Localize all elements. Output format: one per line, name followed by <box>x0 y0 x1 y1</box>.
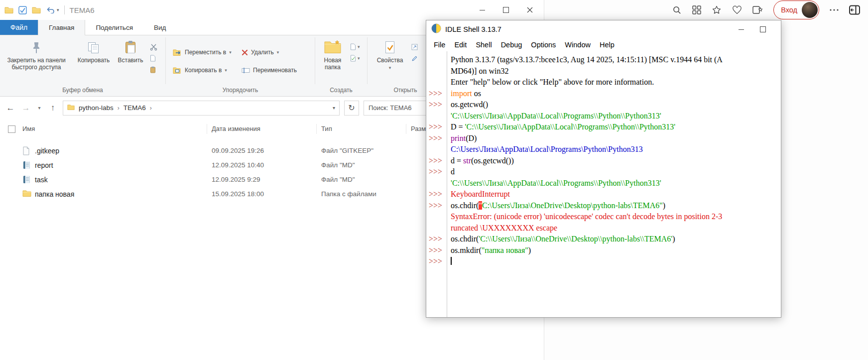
shell-text[interactable]: os.chdir("C:\Users\Лиза\OneDrive\Desktop… <box>447 200 665 212</box>
column-header-date[interactable]: Дата изменения <box>212 125 260 132</box>
properties-button[interactable]: Свойства▾ <box>373 39 406 71</box>
shell-prompt: >>> <box>426 166 447 178</box>
new-folder-icon <box>324 39 342 54</box>
column-separator[interactable] <box>406 124 406 134</box>
qat-customize-icon[interactable]: ▾ <box>57 7 59 12</box>
idle-shell-content[interactable]: Python 3.13.7 (tags/v3.13.7:bcee1c3, Aug… <box>426 51 781 317</box>
recent-locations-icon[interactable]: ▾ <box>36 105 43 111</box>
pin-to-quick-access-button[interactable]: Закрепить на панелибыстрого доступа <box>1 39 72 71</box>
shell-text[interactable]: SyntaxError: (unicode error) 'unicodeesc… <box>447 211 722 223</box>
breadcrumb-python-labs[interactable]: python-labs <box>79 104 114 112</box>
copy-to-button[interactable]: Копировать в▾ <box>173 64 227 76</box>
undo-quick-icon[interactable] <box>46 6 55 13</box>
column-header-type[interactable]: Тип <box>321 125 332 132</box>
file-date: 09.09.2025 19:26 <box>212 147 264 154</box>
open-button[interactable] <box>411 43 418 51</box>
apps-grid-icon[interactable] <box>692 5 701 14</box>
shell-text[interactable]: runcated \UXXXXXXXX escape <box>447 223 557 234</box>
column-header-name[interactable]: Имя <box>22 125 35 132</box>
rename-icon <box>242 67 250 74</box>
shell-text[interactable]: print(D) <box>447 133 477 144</box>
forward-button[interactable]: → <box>20 103 31 113</box>
screen: Вход ▾ ТЕМА6 <box>0 0 868 360</box>
breadcrumb-tema6[interactable]: ТЕМА6 <box>124 104 146 112</box>
idle-menu-debug[interactable]: Debug <box>496 41 527 49</box>
shell-text[interactable]: Enter "help" below or click "Help" above… <box>447 77 654 88</box>
shell-text[interactable]: os.mkdir("папка новая") <box>447 245 531 256</box>
shell-prompt <box>426 178 447 189</box>
idle-maximize-button[interactable] <box>752 20 774 38</box>
shell-prompt <box>426 111 447 122</box>
address-input[interactable]: python-labs › ТЕМА6 › ▾ <box>63 101 340 116</box>
shell-text[interactable]: d <box>447 166 455 178</box>
ribbon-group-new: Новаяпапка ▾ ▾ Создать <box>315 35 367 96</box>
maximize-button[interactable] <box>494 0 518 20</box>
browser-essentials-heart-icon[interactable] <box>732 5 742 14</box>
shell-line: 'C:\\Users\\Лиза\\AppData\\Local\\Progra… <box>426 178 781 189</box>
minimize-button[interactable] <box>470 0 494 20</box>
signin-label: Вход <box>781 6 797 14</box>
shell-prompt <box>426 54 447 66</box>
shell-text[interactable]: os.getcwd() <box>447 99 488 111</box>
paste-shortcut-button[interactable] <box>150 66 157 74</box>
refresh-button[interactable]: ↻ <box>344 101 359 116</box>
tab-view[interactable]: Вид <box>143 20 176 35</box>
profile-avatar[interactable] <box>802 2 818 18</box>
new-item-buttons: ▾ ▾ <box>350 43 360 62</box>
shell-text[interactable]: KeyboardInterrupt <box>447 189 510 200</box>
move-to-button[interactable]: Переместить в▾ <box>173 46 232 58</box>
easy-access-button[interactable]: ▾ <box>350 54 360 62</box>
sidebar-toggle-icon[interactable] <box>849 5 860 15</box>
idle-menu-shell[interactable]: Shell <box>471 41 496 49</box>
tab-share[interactable]: Поделиться <box>85 20 143 35</box>
search-icon[interactable] <box>672 5 682 15</box>
address-dropdown-icon[interactable]: ▾ <box>333 105 335 111</box>
copy-path-button[interactable] <box>150 54 157 62</box>
idle-menu-edit[interactable]: Edit <box>450 41 471 49</box>
favorites-star-icon[interactable] <box>712 5 722 15</box>
up-button[interactable]: ↑ <box>47 103 58 113</box>
close-button[interactable] <box>518 0 542 20</box>
shell-text[interactable]: 'C:\\Users\\Лиза\\AppData\\Local\\Progra… <box>447 111 661 122</box>
back-button[interactable]: ← <box>5 103 16 113</box>
idle-menu-window[interactable]: Window <box>560 41 595 49</box>
signin-button[interactable]: Вход <box>773 0 819 19</box>
delete-icon <box>242 49 248 56</box>
search-text: Поиск: ТЕМА6 <box>369 104 412 112</box>
tab-home[interactable]: Главная <box>38 20 85 35</box>
shell-text[interactable]: os.chdir('C:\\Users\\Лиза\\OneDrive\\Des… <box>447 234 675 245</box>
select-all-checkbox[interactable] <box>8 125 15 133</box>
copy-button[interactable]: Копировать <box>73 39 114 64</box>
idle-menu-options[interactable]: Options <box>526 41 560 49</box>
delete-button[interactable]: Удалить▾ <box>242 46 279 58</box>
column-separator[interactable] <box>316 124 317 134</box>
shell-text[interactable]: MD64)] on win32 <box>447 66 508 77</box>
new-folder-label-2: папка <box>325 64 341 71</box>
paste-button[interactable]: Вставить <box>114 39 147 64</box>
open-small-buttons <box>411 43 418 62</box>
shell-text[interactable]: import os <box>447 88 481 100</box>
shell-text[interactable]: 'C:\\Users\\Лиза\\AppData\\Local\\Progra… <box>447 178 661 189</box>
new-folder-button[interactable]: Новаяпапка <box>317 39 349 71</box>
edit-button[interactable] <box>411 54 418 62</box>
idle-menu-file[interactable]: File <box>429 41 450 49</box>
collections-icon[interactable] <box>752 5 763 14</box>
cut-button[interactable] <box>150 43 157 51</box>
idle-menu-help[interactable]: Help <box>595 41 619 49</box>
shell-text[interactable]: C:\Users\Лиза\AppData\Local\Programs\Pyt… <box>447 144 643 155</box>
column-separator[interactable] <box>207 124 207 134</box>
more-options-icon[interactable] <box>830 9 839 11</box>
rename-button[interactable]: Переименовать <box>242 64 297 76</box>
file-name: task <box>35 176 48 184</box>
idle-titlebar[interactable]: IDLE Shell 3.13.7 <box>426 20 781 38</box>
idle-minimize-button[interactable] <box>730 20 752 38</box>
new-folder-quick-icon[interactable] <box>32 6 41 13</box>
shell-text[interactable] <box>447 256 452 267</box>
tab-file[interactable]: Файл <box>0 20 38 35</box>
new-item-button[interactable]: ▾ <box>350 43 360 51</box>
shell-text[interactable]: D = 'C:\\Users\\Лиза\\AppData\\Local\\Pr… <box>447 121 675 133</box>
shell-text[interactable]: Python 3.13.7 (tags/v3.13.7:bcee1c3, Aug… <box>447 54 723 66</box>
properties-quick-icon[interactable] <box>18 6 27 14</box>
shell-text[interactable]: d = str(os.getcwd()) <box>447 155 514 167</box>
file-type: Папка с файлами <box>321 190 376 198</box>
